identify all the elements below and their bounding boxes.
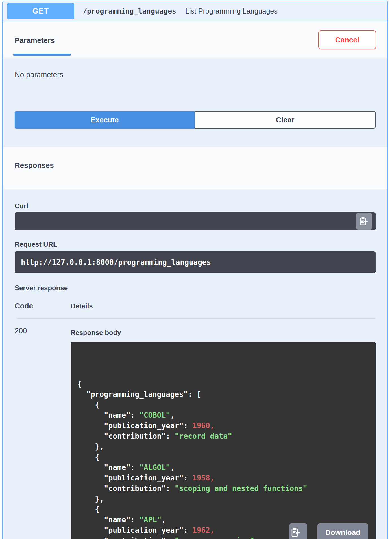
tab-active-underline	[13, 54, 71, 56]
table-divider	[17, 318, 376, 319]
code-column-header: Code	[15, 302, 71, 310]
execute-row: Execute Clear	[15, 111, 376, 129]
clipboard-copy-icon	[290, 519, 306, 539]
no-parameters-text: No parameters	[15, 70, 376, 79]
clipboard-copy-icon	[359, 212, 369, 230]
operation-summary[interactable]: GET /programming_languages List Programm…	[3, 1, 387, 21]
download-button[interactable]: Download	[317, 523, 368, 539]
server-response-label: Server response	[15, 284, 376, 292]
endpoint-summary: List Programming Languages	[185, 7, 278, 15]
curl-label: Curl	[15, 202, 376, 210]
cancel-button[interactable]: Cancel	[318, 30, 376, 49]
response-actions: Download	[289, 523, 368, 539]
curl-copy-button[interactable]	[356, 213, 372, 230]
parameters-section-header: Parameters Cancel	[3, 21, 387, 58]
response-status-code: 200	[15, 326, 71, 539]
responses-title: Responses	[15, 161, 54, 170]
response-copy-button[interactable]	[289, 523, 307, 539]
clear-button[interactable]: Clear	[195, 111, 376, 129]
get-method-badge: GET	[7, 3, 74, 19]
details-column-header: Details	[71, 302, 93, 310]
response-body-label: Response body	[71, 329, 376, 337]
response-details-cell: Response body { "programming_languages":…	[71, 326, 376, 539]
server-response-table-header: Code Details	[15, 302, 376, 310]
endpoint-path: /programming_languages	[83, 7, 176, 15]
response-body-code: { "programming_languages": [ { "name": "…	[71, 342, 376, 539]
request-url-label: Request URL	[15, 241, 376, 248]
request-url-value: http://127.0.0.1:8000/programming_langua…	[15, 251, 376, 273]
tab-parameters[interactable]: Parameters	[15, 36, 55, 45]
execute-button[interactable]: Execute	[15, 111, 195, 129]
curl-command: curl -X GET "http://127.0.0.1:8000/progr…	[15, 212, 376, 230]
operation-block-get: GET /programming_languages List Programm…	[2, 1, 388, 539]
responses-section-header: Responses	[3, 147, 387, 189]
server-response-row: 200 Response body { "programming_languag…	[15, 326, 376, 539]
parameters-body: No parameters Execute Clear	[3, 58, 387, 147]
responses-content: Curl curl -X GET "http://127.0.0.1:8000/…	[3, 189, 387, 539]
